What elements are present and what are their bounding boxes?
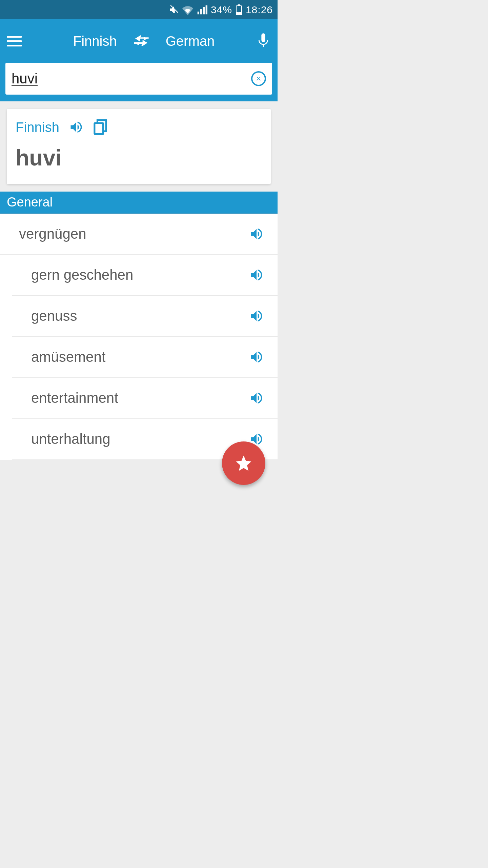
signal-icon	[197, 4, 207, 15]
translation-row[interactable]: entertainment	[12, 378, 278, 419]
translation-row[interactable]: vergnügen	[0, 214, 278, 255]
microphone-icon[interactable]	[256, 34, 271, 48]
source-language[interactable]: Finnish	[73, 34, 117, 49]
section-header: General	[0, 192, 278, 214]
svg-rect-3	[261, 33, 265, 42]
status-bar: 34% 18:26	[0, 0, 278, 19]
app-header: Finnish German	[0, 19, 278, 101]
translation-text: gern geschehen	[31, 267, 133, 283]
battery-percentage: 34%	[211, 4, 232, 16]
clear-search-button[interactable]	[251, 71, 266, 86]
menu-button[interactable]	[7, 34, 22, 48]
clock-time: 18:26	[246, 4, 273, 16]
source-word-card: Finnish huvi	[7, 109, 271, 184]
speak-icon[interactable]	[249, 391, 264, 406]
favorite-fab-button[interactable]	[222, 441, 265, 485]
speak-icon[interactable]	[249, 350, 264, 364]
battery-icon	[236, 4, 242, 15]
svg-rect-2	[238, 4, 240, 6]
translation-text: genuss	[31, 308, 77, 324]
translation-row[interactable]: amüsement	[12, 337, 278, 378]
svg-rect-4	[95, 123, 103, 134]
speak-icon[interactable]	[69, 120, 84, 135]
speak-icon[interactable]	[249, 268, 264, 282]
mute-icon	[169, 5, 179, 15]
search-box[interactable]	[5, 63, 272, 95]
speak-icon[interactable]	[249, 309, 264, 323]
translation-text: entertainment	[31, 390, 118, 406]
translation-text: amüsement	[31, 349, 105, 365]
translation-text: vergnügen	[19, 226, 86, 242]
translations-list: vergnügengern geschehengenussamüsementen…	[0, 214, 278, 460]
swap-languages-icon[interactable]	[134, 34, 149, 48]
search-input[interactable]	[12, 71, 251, 87]
translation-row[interactable]: genuss	[12, 296, 278, 337]
wifi-icon	[182, 4, 193, 15]
translation-text: unterhaltung	[31, 431, 110, 447]
speak-icon[interactable]	[249, 226, 264, 241]
copy-icon[interactable]	[93, 119, 107, 135]
svg-rect-1	[236, 12, 242, 15]
source-word: huvi	[16, 145, 262, 171]
target-language[interactable]: German	[166, 34, 215, 49]
source-card-language: Finnish	[16, 120, 59, 135]
translation-row[interactable]: gern geschehen	[12, 255, 278, 296]
